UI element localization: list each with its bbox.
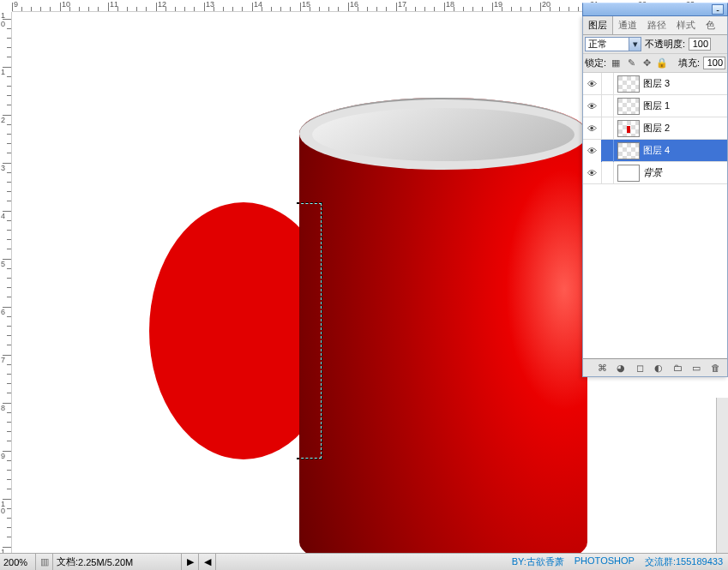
layer-name[interactable]: 图层 3 — [643, 77, 727, 90]
group-icon[interactable]: 🗀 — [671, 362, 684, 374]
status-arrow-left[interactable]: ◀ — [199, 554, 216, 570]
visibility-eye-icon[interactable]: 👁 — [583, 162, 602, 184]
opacity-input[interactable]: 100 — [689, 38, 711, 51]
scrollbar-vertical[interactable] — [716, 398, 728, 553]
tab-color[interactable]: 色 — [701, 16, 720, 34]
blend-mode-select[interactable]: 正常 ▾ — [585, 37, 641, 51]
doc-size: 2.25M/5.20M — [78, 557, 133, 567]
visibility-eye-icon[interactable]: 👁 — [583, 95, 602, 117]
layer-thumbnail[interactable] — [617, 98, 640, 115]
fill-input[interactable]: 100 — [703, 57, 725, 69]
ruler-vertical[interactable]: 101234567891 01 1 — [0, 12, 12, 570]
chevron-down-icon: ▾ — [629, 38, 641, 51]
blend-mode-value: 正常 — [588, 38, 607, 51]
visibility-eye-icon[interactable]: 👁 — [583, 117, 602, 140]
layer-thumbnail[interactable] — [617, 165, 640, 182]
minimize-button[interactable]: - — [712, 4, 724, 15]
tab-layers[interactable]: 图层 — [583, 16, 613, 34]
lock-paint-icon[interactable]: ✎ — [625, 57, 637, 69]
link-cell[interactable] — [602, 95, 614, 117]
lock-move-icon[interactable]: ✥ — [641, 57, 653, 69]
link-cell[interactable] — [602, 73, 614, 95]
new-layer-icon[interactable]: ▭ — [689, 362, 703, 374]
panel-tabs: 图层 通道 路径 样式 色 — [583, 16, 727, 35]
layers-panel: - 图层 通道 路径 样式 色 正常 ▾ 不透明度: 100 锁定: ▦ ✎ ✥… — [582, 15, 728, 377]
doc-label: 文档: — [57, 555, 78, 568]
layer-name[interactable]: 图层 1 — [643, 99, 727, 112]
adjustment-icon[interactable]: ◐ — [652, 362, 665, 374]
layer-thumbnail[interactable] — [617, 120, 640, 137]
visibility-eye-icon[interactable]: 👁 — [583, 73, 602, 95]
fill-label: 填充: — [678, 57, 700, 69]
layer-thumbnail[interactable] — [617, 75, 640, 93]
panel-footer: ⌘ ◕ ◻ ◐ 🗀 ▭ 🗑 — [583, 359, 727, 376]
layer-row[interactable]: 👁图层 4 — [583, 140, 727, 162]
layer-name[interactable]: 图层 2 — [643, 122, 727, 135]
layers-list: 👁图层 3👁图层 1👁图层 2👁图层 4👁背景 — [583, 73, 727, 359]
opacity-label: 不透明度: — [645, 38, 685, 51]
doc-info[interactable]: 文档: 2.25M/5.20M — [53, 554, 182, 570]
mask-icon[interactable]: ◻ — [633, 362, 647, 374]
mug-inner-shape — [312, 108, 575, 161]
visibility-eye-icon[interactable]: 👁 — [583, 140, 602, 162]
link-cell[interactable] — [602, 117, 614, 140]
link-layers-icon[interactable]: ⌘ — [595, 362, 609, 374]
link-cell[interactable] — [602, 162, 614, 184]
layer-name[interactable]: 背景 — [643, 166, 727, 179]
tab-styles[interactable]: 样式 — [671, 16, 701, 34]
status-arrow[interactable]: ▶ — [182, 554, 199, 570]
lock-transparency-icon[interactable]: ▦ — [610, 57, 622, 69]
status-credit: BY:古欲香萧 PHOTOSHOP 交流群:155189433 — [512, 555, 728, 568]
layer-row[interactable]: 👁背景 — [583, 162, 727, 184]
lock-label: 锁定: — [585, 57, 606, 69]
tab-channels[interactable]: 通道 — [613, 16, 642, 34]
layer-styles-icon[interactable]: ◕ — [614, 362, 628, 374]
layer-name[interactable]: 图层 4 — [643, 144, 727, 157]
lock-all-icon[interactable]: 🔒 — [656, 57, 668, 69]
layer-row[interactable]: 👁图层 2 — [583, 117, 727, 140]
status-bar: 200% ▥ 文档: 2.25M/5.20M ▶ ◀ BY:古欲香萧 PHOTO… — [0, 553, 728, 570]
layer-row[interactable]: 👁图层 3 — [583, 73, 727, 95]
blend-row: 正常 ▾ 不透明度: 100 — [583, 35, 727, 54]
panel-titlebar[interactable]: - — [582, 3, 728, 16]
tab-paths[interactable]: 路径 — [642, 16, 671, 34]
layer-row[interactable]: 👁图层 1 — [583, 95, 727, 117]
layer-thumbnail[interactable] — [617, 142, 640, 159]
status-spacer[interactable]: ▥ — [36, 554, 53, 570]
zoom-level[interactable]: 200% — [0, 554, 36, 570]
link-cell[interactable] — [602, 140, 614, 162]
trash-icon[interactable]: 🗑 — [708, 362, 722, 374]
lock-row: 锁定: ▦ ✎ ✥ 🔒 填充: 100 — [583, 54, 727, 73]
